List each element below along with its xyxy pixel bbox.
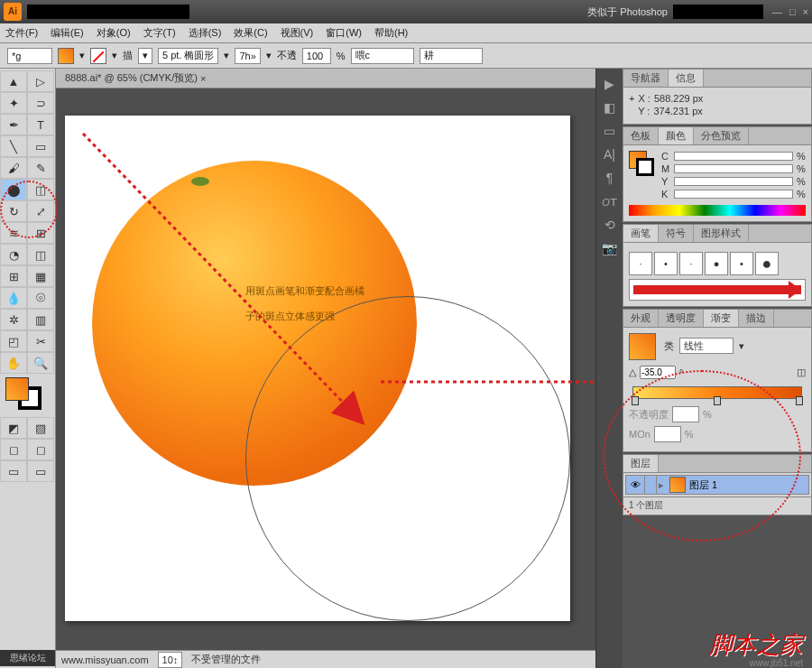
brush-6[interactable]: ●: [755, 252, 779, 275]
panel-icon-3[interactable]: ▭: [596, 119, 623, 143]
zoom-level[interactable]: 10↕: [158, 652, 183, 668]
gradient-angle-input[interactable]: [640, 366, 676, 379]
document-tab[interactable]: 8888.ai* @ 65% (CMYK/预览) ×: [56, 69, 595, 88]
width-tool[interactable]: ≋: [0, 222, 27, 244]
selection-outline[interactable]: [245, 296, 570, 621]
symbol-sprayer-tool[interactable]: ✲: [0, 309, 27, 330]
tab-swatches[interactable]: 色板: [623, 127, 659, 144]
style-select-1[interactable]: 喂c: [351, 48, 414, 64]
screen-mode[interactable]: ▭: [0, 460, 27, 482]
eyedropper-tool[interactable]: 💧: [0, 287, 27, 309]
color-stroke-swatch[interactable]: [636, 158, 654, 176]
panel-icon-7[interactable]: ⟲: [596, 213, 623, 237]
direct-selection-tool[interactable]: ▷: [27, 70, 54, 92]
fill-box[interactable]: [5, 377, 29, 401]
tab-stroke-panel[interactable]: 描边: [739, 310, 774, 327]
graph-tool[interactable]: ▥: [27, 309, 54, 330]
pen-tool[interactable]: ✒: [0, 114, 27, 135]
fill-stroke-control[interactable]: [5, 377, 50, 413]
color-mode[interactable]: ◩: [0, 417, 27, 439]
k-slider[interactable]: [674, 190, 793, 199]
profile-select[interactable]: 7h»: [235, 48, 260, 64]
maximize-button[interactable]: □: [789, 6, 796, 17]
panel-icon-2[interactable]: ◧: [596, 96, 623, 119]
c-slider[interactable]: [674, 152, 793, 161]
zoom-tool[interactable]: 🔍: [27, 352, 54, 374]
panel-icon-1[interactable]: ▶: [596, 72, 623, 96]
slice-tool[interactable]: ✂: [27, 330, 54, 352]
selection-tool[interactable]: ▲: [0, 70, 27, 92]
eraser-tool[interactable]: ◫: [27, 179, 54, 200]
grad-mid-input[interactable]: [654, 426, 681, 442]
menu-edit[interactable]: 编辑(E): [51, 26, 84, 40]
menu-help[interactable]: 帮助(H): [374, 26, 408, 40]
tab-color[interactable]: 颜色: [659, 127, 694, 144]
brush-2[interactable]: •: [654, 252, 678, 275]
menu-window[interactable]: 窗口(W): [326, 26, 362, 40]
brush-4[interactable]: ●: [705, 252, 728, 275]
panel-icon-8[interactable]: 📷: [596, 237, 623, 260]
panel-icon-4[interactable]: A|: [596, 143, 623, 166]
lasso-tool[interactable]: ⊃: [27, 92, 54, 114]
panel-icon-6[interactable]: Oᴛ: [596, 190, 623, 213]
perspective-tool[interactable]: ◫: [27, 244, 54, 265]
brush-3[interactable]: ·: [679, 252, 703, 275]
line-tool[interactable]: ╲: [0, 135, 27, 157]
blend-tool[interactable]: ⦾: [27, 287, 54, 309]
blob-brush-tool[interactable]: ⬤: [0, 179, 27, 200]
free-transform-tool[interactable]: ⊞: [27, 222, 54, 244]
pencil-tool[interactable]: ✎: [27, 157, 54, 179]
doc-tab-close[interactable]: ×: [200, 73, 206, 84]
gradient-stop-1[interactable]: [632, 396, 639, 405]
brush-5[interactable]: •: [730, 252, 753, 275]
tab-separation[interactable]: 分色预览: [694, 127, 749, 144]
gradient-swatch[interactable]: [629, 333, 656, 360]
y-slider[interactable]: [674, 177, 793, 186]
stroke-weight-input[interactable]: ▾: [138, 48, 152, 64]
tab-symbols[interactable]: 符号: [659, 225, 694, 242]
arrow-brush[interactable]: [629, 279, 806, 301]
tab-gradient[interactable]: 渐变: [704, 310, 739, 327]
mesh-tool[interactable]: ⊞: [0, 265, 27, 287]
gradient-stop-3[interactable]: [796, 396, 803, 405]
opacity-input[interactable]: 100: [302, 48, 331, 64]
tab-graphic-styles[interactable]: 图形样式: [694, 225, 749, 242]
tab-appearance[interactable]: 外观: [623, 310, 659, 327]
canvas[interactable]: 用斑点画笔和渐变配合画橘 子的斑点立体感更强: [56, 88, 595, 650]
brush-preset[interactable]: 5 pt. 椭圆形: [158, 48, 218, 64]
m-slider[interactable]: [674, 164, 793, 173]
type-tool[interactable]: T: [27, 114, 54, 135]
menu-effect[interactable]: 效果(C): [234, 26, 267, 40]
stroke-swatch[interactable]: [90, 48, 106, 64]
minimize-button[interactable]: —: [772, 6, 782, 17]
fill-swatch[interactable]: [58, 48, 74, 64]
menu-view[interactable]: 视图(V): [281, 26, 314, 40]
shape-builder-tool[interactable]: ◔: [0, 244, 27, 265]
draw-normal[interactable]: ◻: [0, 439, 27, 460]
menu-file[interactable]: 文件(F): [5, 26, 38, 40]
scale-tool[interactable]: ⤢: [27, 200, 54, 222]
menu-object[interactable]: 对象(O): [97, 26, 131, 40]
gradient-type-select[interactable]: 线性: [679, 338, 734, 354]
artboard-tool[interactable]: ◰: [0, 330, 27, 352]
gradient-tool[interactable]: ▦: [27, 265, 54, 287]
tab-navigator[interactable]: 导航器: [623, 70, 669, 87]
gradient-mode[interactable]: ▨: [27, 417, 54, 439]
paintbrush-tool[interactable]: 🖌: [0, 157, 27, 179]
tab-layers[interactable]: 图层: [623, 455, 659, 472]
gradient-slider[interactable]: [632, 386, 802, 399]
hand-tool[interactable]: ✋: [0, 352, 27, 374]
brush-1[interactable]: ·: [629, 252, 652, 275]
close-button[interactable]: ×: [803, 6, 808, 17]
menu-type[interactable]: 文字(T): [143, 26, 176, 40]
tab-brushes[interactable]: 画笔: [623, 225, 659, 242]
tab-info[interactable]: 信息: [669, 70, 704, 87]
grad-opacity-input[interactable]: [672, 406, 699, 422]
tab-transparency[interactable]: 透明度: [659, 310, 704, 327]
style-select-2[interactable]: 耕: [420, 48, 483, 64]
screen-mode-2[interactable]: ▭: [27, 460, 54, 482]
draw-behind[interactable]: ◻: [27, 439, 54, 460]
spectrum-bar[interactable]: [629, 205, 806, 216]
layer-name[interactable]: 图层 1: [689, 478, 717, 492]
rotate-tool[interactable]: ↻: [0, 200, 27, 222]
